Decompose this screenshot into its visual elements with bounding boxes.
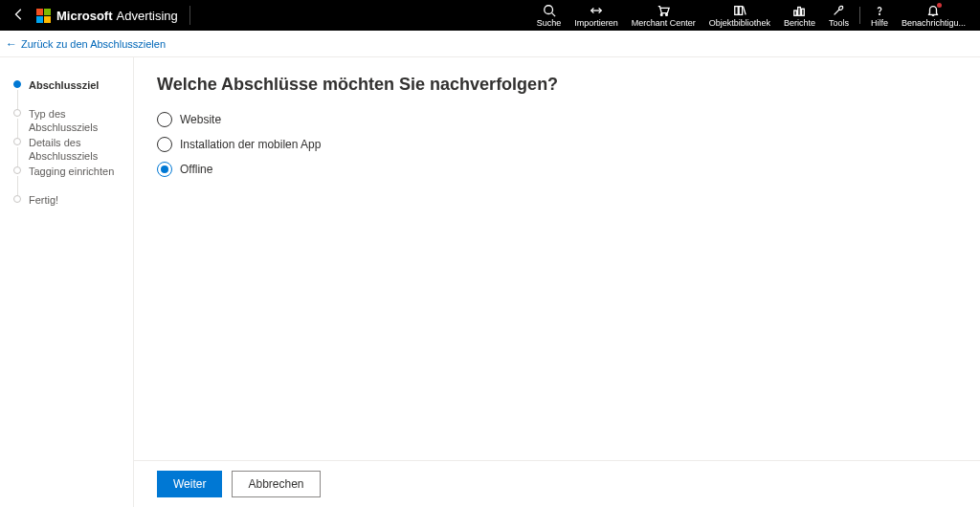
option-label: Installation der mobilen App (180, 138, 321, 151)
global-back-button[interactable] (8, 8, 31, 24)
wizard-step-type[interactable]: Typ des Abschlussziels (0, 107, 129, 136)
step-connector (17, 119, 18, 138)
svg-rect-6 (739, 6, 743, 14)
option-label: Website (180, 113, 221, 126)
wizard-step-goal[interactable]: Abschlussziel (0, 78, 129, 107)
step-connector (17, 90, 18, 109)
svg-line-7 (743, 6, 746, 14)
brand-secondary: Advertising (117, 9, 178, 23)
cart-icon (657, 4, 670, 17)
nav-help[interactable]: Hilfe (864, 0, 895, 31)
step-dot-icon (13, 138, 21, 145)
step-label: Details des Abschlussziels (17, 136, 129, 165)
bell-icon (926, 4, 940, 17)
nav-label: Merchant Center (632, 18, 696, 28)
step-connector (17, 176, 18, 195)
step-dot-icon (13, 166, 21, 174)
svg-rect-9 (798, 7, 801, 15)
top-navbar: Microsoft Advertising Suche Importieren … (0, 0, 980, 31)
brand-divider (189, 6, 190, 25)
svg-rect-10 (802, 9, 805, 15)
reports-icon (792, 4, 806, 17)
main-content: Welche Abschlüsse möchten Sie nachverfol… (134, 57, 980, 507)
nav-label: Hilfe (871, 18, 888, 28)
wizard-step-details[interactable]: Details des Abschlussziels (0, 136, 129, 165)
arrow-left-icon: ← (6, 37, 17, 51)
wizard-footer: Weiter Abbrechen (134, 460, 980, 507)
search-icon (543, 4, 556, 17)
nav-tools[interactable]: Tools (822, 0, 856, 31)
help-icon (873, 4, 886, 17)
wizard-steps-sidebar: Abschlussziel Typ des Abschlussziels Det… (0, 57, 134, 507)
option-offline[interactable]: Offline (157, 162, 957, 177)
option-label: Offline (180, 163, 212, 176)
nav-label: Benachrichtigu... (902, 18, 966, 28)
nav-label: Objektbibliothek (709, 18, 770, 28)
cancel-button[interactable]: Abbrechen (232, 471, 320, 497)
nav-label: Berichte (784, 18, 815, 28)
svg-rect-5 (735, 6, 739, 14)
step-label: Abschlussziel (17, 78, 99, 107)
backlink-bar: ← Zurück zu den Abschlusszielen (0, 31, 980, 57)
radio-icon (157, 162, 172, 177)
step-label: Typ des Abschlussziels (17, 107, 129, 136)
svg-point-0 (544, 5, 552, 13)
brand-block: Microsoft Advertising (36, 9, 178, 23)
svg-line-1 (551, 12, 555, 16)
nav-import[interactable]: Importieren (568, 0, 625, 31)
next-button[interactable]: Weiter (157, 471, 222, 497)
library-icon (733, 4, 746, 17)
microsoft-logo-icon (36, 9, 51, 23)
backlink-text: Zurück zu den Abschlusszielen (21, 38, 166, 50)
wizard-step-done[interactable]: Fertig! (0, 193, 129, 222)
wizard-step-tagging[interactable]: Tagging einrichten (0, 165, 129, 193)
nav-reports[interactable]: Berichte (777, 0, 822, 31)
step-dot-icon (13, 109, 21, 117)
nav-label: Suche (537, 18, 562, 28)
nav-label: Tools (829, 18, 849, 28)
step-dot-icon (13, 80, 21, 88)
svg-point-3 (661, 13, 663, 15)
radio-icon (157, 112, 172, 127)
step-connector (17, 147, 18, 166)
svg-point-4 (666, 13, 668, 15)
nav-notifications[interactable]: Benachrichtigu... (895, 0, 972, 31)
option-website[interactable]: Website (157, 112, 957, 127)
step-dot-icon (13, 195, 21, 203)
radio-icon (157, 137, 172, 152)
nav-merchant-center[interactable]: Merchant Center (625, 0, 702, 31)
nav-search[interactable]: Suche (530, 0, 568, 31)
svg-point-11 (880, 13, 880, 14)
svg-rect-8 (794, 11, 797, 15)
page-layout: Abschlussziel Typ des Abschlussziels Det… (0, 57, 980, 507)
nav-object-library[interactable]: Objektbibliothek (702, 0, 777, 31)
import-icon (590, 4, 603, 17)
step-label: Tagging einrichten (17, 165, 114, 193)
brand-primary: Microsoft (56, 9, 113, 23)
nav-separator (859, 7, 860, 24)
step-label: Fertig! (17, 193, 58, 222)
wrench-icon (832, 4, 845, 17)
page-title: Welche Abschlüsse möchten Sie nachverfol… (157, 75, 957, 95)
nav-label: Importieren (574, 18, 618, 28)
top-nav-right: Suche Importieren Merchant Center Objekt… (530, 0, 972, 31)
back-to-goals-link[interactable]: ← Zurück zu den Abschlusszielen (6, 37, 166, 51)
option-mobile-app[interactable]: Installation der mobilen App (157, 137, 957, 152)
